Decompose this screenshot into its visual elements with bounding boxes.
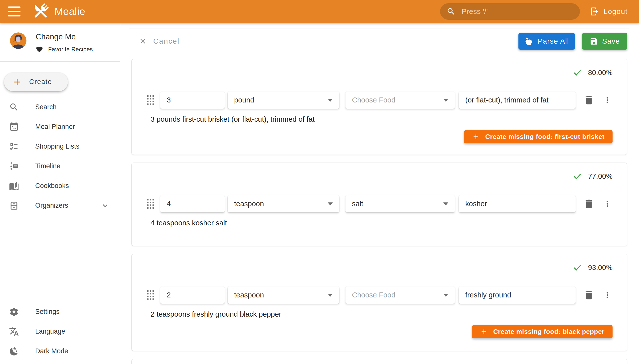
chevron-down-icon bbox=[101, 201, 110, 210]
ingredient-card-partial bbox=[131, 359, 627, 364]
app-logo[interactable]: Mealie bbox=[30, 1, 85, 22]
food-placeholder: Choose Food bbox=[352, 96, 395, 104]
food-select[interactable]: Choose Food bbox=[345, 92, 455, 109]
file-cabinet-icon bbox=[9, 201, 19, 211]
save-button[interactable]: Save bbox=[582, 33, 627, 50]
original-ingredient-text: 4 teaspoons kosher salt bbox=[150, 219, 612, 227]
ingredient-card: 80.00% pound Choose Food bbox=[131, 59, 627, 155]
favorite-recipes-link[interactable]: Favorite Recipes bbox=[36, 46, 93, 53]
sidebar-item-label: Meal Planner bbox=[35, 123, 75, 131]
confidence-indicator: 77.00% bbox=[147, 171, 612, 181]
logout-label: Logout bbox=[603, 8, 627, 16]
delete-button[interactable] bbox=[583, 94, 595, 107]
logout-icon bbox=[590, 7, 599, 16]
note-input[interactable] bbox=[459, 286, 576, 304]
trash-icon bbox=[583, 198, 594, 210]
check-icon bbox=[573, 263, 582, 272]
delete-button[interactable] bbox=[583, 198, 595, 210]
sidebar-item-label: Timeline bbox=[35, 162, 60, 170]
caret-down-icon bbox=[328, 99, 333, 102]
ingredient-card-list: 80.00% pound Choose Food bbox=[131, 59, 627, 364]
sidebar-item-label: Dark Mode bbox=[35, 347, 68, 355]
sidebar-item-cookbooks[interactable]: Cookbooks bbox=[0, 176, 120, 196]
confidence-indicator: 93.00% bbox=[147, 262, 612, 272]
quantity-input[interactable] bbox=[160, 92, 225, 109]
create-missing-row: Create missing food: first-cut brisket bbox=[147, 130, 612, 143]
caret-down-icon bbox=[328, 202, 333, 206]
floppy-save-icon bbox=[590, 37, 598, 46]
sidebar-item-timeline[interactable]: Timeline bbox=[0, 156, 120, 176]
create-missing-food-button[interactable]: Create missing food: first-cut brisket bbox=[464, 130, 612, 143]
sidebar-item-settings[interactable]: Settings bbox=[0, 302, 120, 322]
create-label: Create bbox=[29, 78, 52, 86]
save-label: Save bbox=[602, 37, 620, 46]
sidebar-item-label: Cookbooks bbox=[35, 182, 69, 190]
create-missing-label: Create missing food: first-cut brisket bbox=[485, 133, 604, 140]
sidebar-item-language[interactable]: Language bbox=[0, 322, 120, 341]
user-info: Change Me Favorite Recipes bbox=[36, 32, 93, 53]
drag-handle-icon[interactable] bbox=[147, 95, 154, 105]
divider bbox=[129, 28, 629, 28]
timeline-icon bbox=[9, 161, 19, 171]
unit-value: teaspoon bbox=[234, 291, 264, 299]
quantity-input[interactable] bbox=[160, 195, 225, 212]
sidebar-item-dark-mode[interactable]: Dark Mode bbox=[0, 341, 120, 361]
unit-select[interactable]: pound bbox=[228, 92, 339, 109]
drag-handle-icon[interactable] bbox=[147, 199, 154, 209]
calendar-icon bbox=[9, 122, 19, 132]
caret-down-icon bbox=[443, 99, 448, 102]
sidebar-item-label: Organizers bbox=[35, 202, 68, 210]
logout-button[interactable]: Logout bbox=[588, 6, 629, 16]
note-input[interactable] bbox=[459, 195, 576, 212]
magnify-icon bbox=[9, 102, 19, 112]
caret-down-icon bbox=[443, 294, 448, 297]
check-icon bbox=[573, 68, 582, 77]
ingredient-fields-row: teaspoon Choose Food bbox=[147, 286, 612, 304]
parse-all-label: Parse All bbox=[538, 37, 569, 46]
sidebar-item-search[interactable]: Search bbox=[0, 97, 120, 117]
food-select[interactable]: salt bbox=[345, 195, 455, 212]
more-options-button[interactable] bbox=[602, 289, 612, 302]
quantity-input[interactable] bbox=[160, 286, 225, 304]
create-button[interactable]: Create bbox=[4, 72, 68, 91]
sidebar-footer: Settings Language Dark Mode bbox=[0, 302, 120, 364]
unit-select[interactable]: teaspoon bbox=[228, 286, 339, 304]
divider bbox=[0, 61, 120, 62]
cancel-button[interactable]: Cancel bbox=[139, 37, 180, 46]
sidebar-item-shopping-lists[interactable]: Shopping Lists bbox=[0, 136, 120, 156]
menu-icon[interactable] bbox=[8, 6, 21, 16]
drag-handle-icon[interactable] bbox=[147, 290, 154, 300]
gear-icon bbox=[9, 307, 19, 317]
note-input[interactable] bbox=[459, 92, 576, 109]
user-block: Change Me Favorite Recipes bbox=[0, 23, 120, 53]
sidebar-item-organizers[interactable]: Organizers bbox=[0, 196, 120, 216]
search-icon bbox=[447, 7, 456, 16]
confidence-value: 93.00% bbox=[588, 264, 612, 272]
kebab-menu-icon bbox=[603, 290, 612, 300]
delete-button[interactable] bbox=[583, 289, 595, 302]
sidebar: Change Me Favorite Recipes Create Search bbox=[0, 23, 120, 364]
parser-toolbar: Cancel Parse All Save bbox=[120, 33, 639, 50]
search-input[interactable] bbox=[461, 7, 573, 16]
ingredient-fields-row: pound Choose Food bbox=[147, 92, 612, 109]
parse-all-button[interactable]: Parse All bbox=[518, 33, 575, 50]
ingredient-parser-main: Cancel Parse All Save 80.00% bbox=[120, 23, 639, 364]
create-missing-food-button[interactable]: Create missing food: black pepper bbox=[472, 325, 612, 338]
global-search[interactable] bbox=[440, 3, 580, 20]
avatar[interactable] bbox=[10, 32, 27, 49]
ingredient-fields-row: teaspoon salt bbox=[147, 195, 612, 212]
food-select[interactable]: Choose Food bbox=[345, 286, 455, 304]
confidence-value: 77.00% bbox=[588, 172, 612, 180]
unit-select[interactable]: teaspoon bbox=[228, 195, 339, 212]
app-title: Mealie bbox=[54, 6, 85, 18]
sidebar-item-label: Language bbox=[35, 328, 65, 335]
sidebar-item-meal-planner[interactable]: Meal Planner bbox=[0, 117, 120, 136]
more-options-button[interactable] bbox=[602, 198, 612, 210]
plus-icon bbox=[12, 77, 22, 87]
create-missing-label: Create missing food: black pepper bbox=[493, 328, 604, 336]
close-icon bbox=[139, 37, 147, 46]
more-options-button[interactable] bbox=[602, 94, 612, 107]
apple-icon bbox=[524, 37, 533, 46]
translate-icon bbox=[9, 326, 19, 336]
sidebar-item-label: Search bbox=[35, 103, 57, 111]
